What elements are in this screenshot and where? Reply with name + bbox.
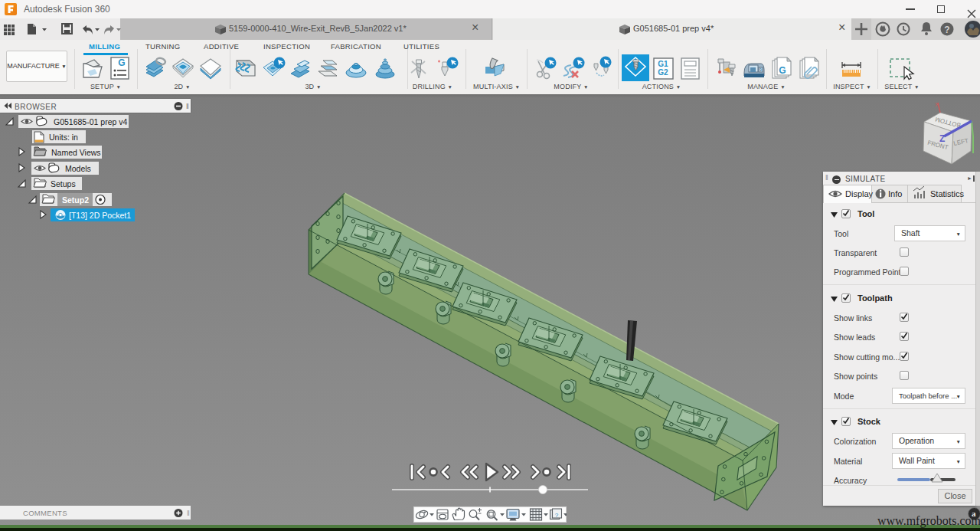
svg-text:?: ? — [555, 512, 559, 519]
svg-text:9: 9 — [760, 67, 762, 72]
svg-text:G1: G1 — [658, 60, 668, 68]
svg-text:‖: ‖ — [186, 103, 189, 110]
svg-text:X: X — [935, 101, 939, 108]
svg-text:G2: G2 — [658, 68, 668, 77]
svg-text:Setup2: Setup2 — [62, 195, 89, 205]
svg-text:Z: Z — [939, 133, 945, 144]
svg-text:G: G — [779, 65, 786, 76]
svg-text:BROWSER: BROWSER — [15, 103, 57, 111]
svg-text:‖: ‖ — [187, 510, 190, 517]
svg-text:[T13] 2D Pocket1: [T13] 2D Pocket1 — [69, 211, 131, 220]
svg-text:Setups: Setups — [51, 179, 76, 188]
svg-text:G: G — [118, 57, 125, 68]
svg-text:?: ? — [944, 25, 949, 35]
svg-text:Models: Models — [65, 164, 91, 173]
svg-text:Units: in: Units: in — [49, 133, 78, 142]
svg-text:G051685-01 prep v4: G051685-01 prep v4 — [54, 117, 127, 126]
svg-text:Named Views: Named Views — [51, 148, 101, 157]
